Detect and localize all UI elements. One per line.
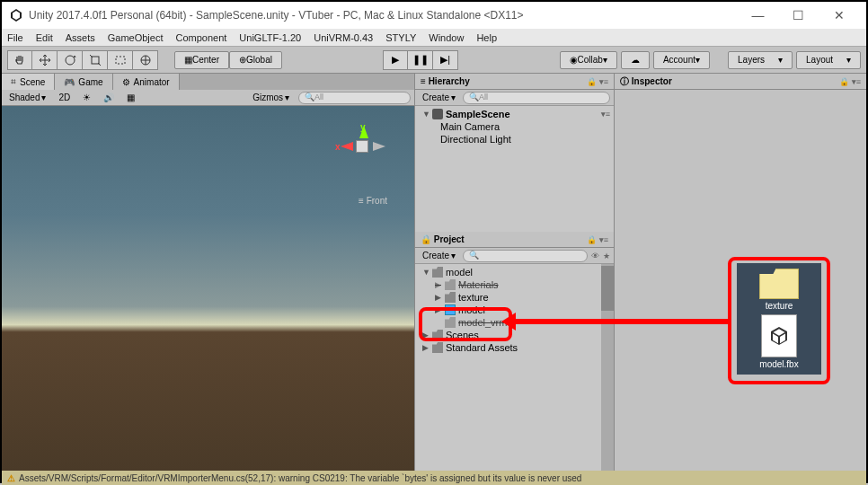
transform-tool-button[interactable]	[133, 50, 158, 70]
scene-menu-icon[interactable]: ▾≡	[601, 110, 610, 119]
titlebar: Unity 2017.4.0f1 Personal (64bit) - Samp…	[2, 2, 866, 29]
inspector-icon: ⓘ	[620, 75, 629, 88]
foldout-icon[interactable]: ▼	[422, 268, 430, 277]
project-tree[interactable]: ▼ model ▶ Materials ▶ texture ▶	[415, 264, 614, 471]
svg-rect-4	[116, 57, 125, 64]
hierarchy-item-camera[interactable]: Main Camera	[415, 120, 614, 133]
project-panel-header[interactable]: 🔒 Project 🔒 ▾≡	[415, 232, 614, 248]
play-button[interactable]: ▶	[383, 50, 408, 70]
close-button[interactable]: ✕	[819, 3, 859, 28]
menu-assets[interactable]: Assets	[66, 32, 95, 43]
project-item-texture[interactable]: ▶ texture	[415, 291, 614, 304]
unity-scene-icon	[432, 109, 443, 119]
project-item-standard-assets[interactable]: ▶ Standard Assets	[415, 341, 614, 354]
menu-univrm[interactable]: UniVRM-0.43	[314, 32, 373, 43]
maximize-button[interactable]: ☐	[778, 3, 819, 28]
pivot-global-button[interactable]: ⊕ Global	[229, 51, 282, 69]
menu-help[interactable]: Help	[476, 32, 497, 43]
gizmos-dropdown[interactable]: Gizmos ▾	[249, 93, 293, 102]
2d-toggle[interactable]: 2D	[55, 93, 74, 102]
account-button[interactable]: Account ▾	[653, 51, 710, 69]
menu-edit[interactable]: Edit	[36, 32, 53, 43]
foldout-icon[interactable]: ▶	[435, 305, 442, 314]
menu-file[interactable]: File	[7, 32, 23, 43]
filter-icon[interactable]: 👁	[591, 251, 599, 260]
foldout-icon[interactable]: ▶	[435, 293, 442, 302]
axis-z-arrow-icon	[373, 142, 385, 151]
hierarchy-panel-header[interactable]: ≡ Hierarchy 🔒 ▾≡	[415, 74, 614, 90]
project-item-materials[interactable]: ▶ Materials	[415, 278, 614, 291]
fx-toggle[interactable]: ▦	[123, 93, 138, 102]
shading-mode-dropdown[interactable]: Shaded ▾	[5, 93, 49, 102]
axis-x-label: x	[335, 142, 341, 152]
cloud-button[interactable]: ☁	[621, 51, 650, 69]
folder-icon	[445, 292, 456, 303]
layers-dropdown[interactable]: Layers▾	[728, 51, 793, 69]
folder-large-icon	[759, 269, 799, 299]
hierarchy-search[interactable]: 🔍All	[463, 92, 610, 104]
hierarchy-item-light[interactable]: Directional Light	[415, 133, 614, 146]
menubar: File Edit Assets GameObject Component Un…	[2, 29, 866, 47]
foldout-icon[interactable]: ▼	[422, 110, 430, 119]
folder-icon	[445, 317, 456, 328]
scene-icon: ⌗	[11, 76, 16, 87]
folder-icon	[432, 342, 443, 353]
folder-icon	[432, 330, 443, 340]
foldout-icon[interactable]: ▶	[435, 280, 442, 289]
lock-icon[interactable]: 🔒 ▾≡	[587, 235, 608, 244]
lock-icon[interactable]: 🔒 ▾≡	[839, 77, 861, 86]
file-model-fbx[interactable]: model.fbx	[759, 314, 798, 369]
hierarchy-create-dropdown[interactable]: Create ▾	[419, 93, 459, 102]
prefab-icon	[445, 304, 456, 315]
minimize-button[interactable]: —	[738, 3, 778, 28]
pivot-center-button[interactable]: ▦ Center	[174, 51, 229, 69]
tab-scene[interactable]: ⌗Scene	[2, 74, 55, 90]
window-title: Unity 2017.4.0f1 Personal (64bit) - Samp…	[29, 9, 738, 22]
file-texture-folder[interactable]: texture	[759, 269, 799, 311]
project-icon: 🔒	[421, 234, 431, 244]
warning-icon: ⚠	[7, 473, 15, 483]
scene-view[interactable]: y x ≡ Front	[2, 106, 414, 471]
project-scrollbar[interactable]	[601, 264, 614, 471]
move-tool-button[interactable]	[32, 50, 58, 70]
orientation-gizmo[interactable]: y x	[333, 115, 387, 169]
menu-gameobject[interactable]: GameObject	[108, 32, 164, 43]
hierarchy-tree[interactable]: ▼ SampleScene ▾≡ Main Camera Directional…	[415, 106, 614, 232]
collab-button[interactable]: ◉ Collab ▾	[560, 51, 617, 69]
pause-button[interactable]: ❚❚	[408, 50, 433, 70]
inspector-panel-header[interactable]: ⓘ Inspector 🔒 ▾≡	[615, 74, 866, 90]
animator-icon: ⚙	[122, 77, 130, 87]
menu-window[interactable]: Window	[429, 32, 464, 43]
menu-component[interactable]: Component	[175, 32, 226, 43]
hand-tool-button[interactable]	[7, 50, 32, 70]
project-create-dropdown[interactable]: Create ▾	[419, 251, 459, 260]
gizmo-cube-icon	[356, 140, 368, 153]
project-root-model[interactable]: ▼ model	[415, 266, 614, 278]
rect-tool-button[interactable]	[108, 50, 133, 70]
rotate-tool-button[interactable]	[58, 50, 83, 70]
axis-x-arrow-icon	[341, 142, 353, 151]
axis-y-arrow-icon	[359, 126, 368, 138]
favorite-icon[interactable]: ★	[603, 251, 610, 260]
scene-root-item[interactable]: ▼ SampleScene ▾≡	[415, 108, 614, 120]
project-item-scenes[interactable]: ▶ Scenes	[415, 329, 614, 341]
menu-styly[interactable]: STYLY	[385, 32, 416, 43]
folder-icon	[432, 267, 443, 278]
status-bar[interactable]: ⚠ Assets/VRM/Scripts/Format/Editor/VRMIm…	[2, 471, 866, 485]
menu-unigltf[interactable]: UniGLTF-1.20	[239, 32, 301, 43]
game-icon: 🎮	[64, 77, 75, 87]
foldout-icon[interactable]: ▶	[422, 343, 430, 352]
tab-game[interactable]: 🎮Game	[55, 74, 112, 90]
lock-icon[interactable]: 🔒 ▾≡	[587, 77, 608, 86]
scene-search[interactable]: 🔍All	[298, 92, 411, 104]
layout-dropdown[interactable]: Layout▾	[796, 51, 861, 69]
step-button[interactable]: ▶|	[433, 50, 458, 70]
svg-rect-3	[92, 57, 99, 64]
audio-toggle[interactable]: 🔊	[100, 93, 118, 102]
foldout-icon[interactable]: ▶	[422, 331, 430, 340]
unity-logo-icon	[9, 8, 23, 22]
project-search[interactable]: 🔍	[463, 250, 588, 262]
lighting-toggle[interactable]: ☀	[79, 93, 94, 102]
scale-tool-button[interactable]	[83, 50, 108, 70]
tab-animator[interactable]: ⚙Animator	[113, 74, 180, 90]
